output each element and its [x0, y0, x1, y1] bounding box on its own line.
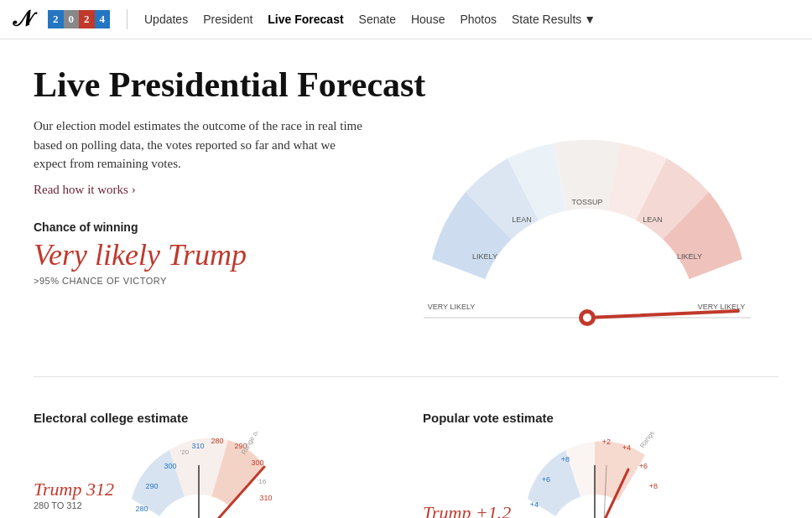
svg-text:'20: '20 [180, 448, 190, 456]
main-content: Live Presidential Forecast Our election … [0, 39, 812, 518]
popular-candidates: Trump +1.2 HARRIS +0.95 TO TRUMP +4 [423, 502, 511, 518]
read-link[interactable]: Read how it works › [34, 183, 136, 196]
chevron-down-icon: ▼ [584, 13, 596, 26]
svg-text:310: 310 [192, 442, 205, 450]
left-column: Our election model estimates the outcome… [34, 117, 386, 286]
nav-live-forecast[interactable]: Live Forecast [268, 13, 343, 26]
right-column: VERY LIKELY LIKELY LEAN TOSSUP LEAN LIKE… [386, 117, 789, 351]
svg-text:LEAN: LEAN [512, 215, 532, 224]
bottom-row: Electoral college estimate Trump 312 280… [34, 402, 778, 518]
nav-photos[interactable]: Photos [460, 13, 497, 26]
electoral-gauge: 280 290 300 '20 310 280 290 300 '16 310 … [123, 432, 308, 518]
popular-gauge-row: Trump +1.2 HARRIS +0.95 TO TRUMP +4 [423, 432, 778, 518]
trump-range: 280 TO 312 [34, 500, 115, 510]
svg-text:+2: +2 [602, 438, 611, 446]
popular-trump-estimate: Trump +1.2 [423, 502, 511, 518]
nav-divider [127, 9, 128, 29]
svg-text:LIKELY: LIKELY [677, 252, 702, 261]
svg-text:TOSSUP: TOSSUP [572, 198, 603, 206]
svg-text:280: 280 [211, 437, 224, 445]
trump-estimate: Trump 312 280 TO 312 [34, 479, 115, 515]
svg-text:+6: +6 [639, 462, 648, 470]
svg-text:VERY LIKELY: VERY LIKELY [428, 303, 476, 311]
year-digit-4: 4 [95, 10, 111, 28]
svg-text:290: 290 [146, 482, 159, 490]
popular-gauge: +4 +6 +8 +2 +4 +6 +8 Range of estimates [519, 432, 704, 518]
nyt-logo: 𝒩 [13, 7, 31, 32]
svg-text:+8: +8 [561, 455, 570, 464]
svg-text:LIKELY: LIKELY [472, 252, 497, 261]
nav-links: Updates President Live Forecast Senate H… [144, 13, 596, 26]
svg-text:280: 280 [136, 505, 148, 513]
svg-text:Range of estimates: Range of estimates [639, 432, 679, 449]
svg-text:300: 300 [252, 458, 264, 467]
nav-state-results[interactable]: State Results ▼ [512, 13, 596, 26]
svg-text:Range of estimates: Range of estimates [240, 432, 275, 456]
svg-text:+6: +6 [542, 475, 550, 484]
year-digit-0: 0 [64, 10, 80, 28]
popular-title: Popular vote estimate [423, 411, 778, 425]
electoral-block: Electoral college estimate Trump 312 280… [34, 411, 389, 518]
navigation: 𝒩 2 0 2 4 Updates President Live Forecas… [0, 0, 812, 39]
trump-label: Trump 312 [34, 479, 115, 500]
chance-label: Chance of winning [34, 220, 369, 234]
section-divider [34, 376, 778, 377]
svg-text:300: 300 [164, 462, 177, 470]
nav-updates[interactable]: Updates [144, 13, 188, 26]
content-row: Our election model estimates the outcome… [34, 117, 778, 351]
svg-text:+4: +4 [622, 443, 631, 452]
svg-point-11 [583, 313, 591, 322]
popular-trump-label: Trump +1.2 [423, 502, 511, 518]
popular-block: Popular vote estimate Trump +1.2 HARRIS … [423, 411, 778, 518]
svg-text:310: 310 [260, 494, 273, 502]
svg-text:LEAN: LEAN [643, 215, 663, 224]
year-digit-2: 2 [48, 10, 64, 28]
nav-president[interactable]: President [203, 13, 252, 26]
nav-senate[interactable]: Senate [359, 13, 396, 26]
main-gauge: VERY LIKELY LIKELY LEAN TOSSUP LEAN LIKE… [386, 117, 789, 351]
chance-pct: >95% CHANCE OF VICTORY [34, 276, 369, 286]
electoral-title: Electoral college estimate [34, 411, 389, 425]
page-title: Live Presidential Forecast [34, 65, 778, 105]
description-text: Our election model estimates the outcome… [34, 117, 369, 174]
year-badge: 2 0 2 4 [48, 10, 110, 28]
electoral-candidates: Trump 312 280 TO 312 Harris 226 226 TO 2… [34, 479, 115, 518]
electoral-gauge-row: Trump 312 280 TO 312 Harris 226 226 TO 2… [34, 432, 389, 518]
nav-house[interactable]: House [411, 13, 445, 26]
svg-text:+8: +8 [649, 482, 658, 490]
year-digit-2b: 2 [79, 10, 95, 28]
chance-value: Very likely Trump [34, 237, 369, 272]
svg-text:+4: +4 [530, 500, 539, 509]
svg-text:'16: '16 [258, 478, 267, 485]
